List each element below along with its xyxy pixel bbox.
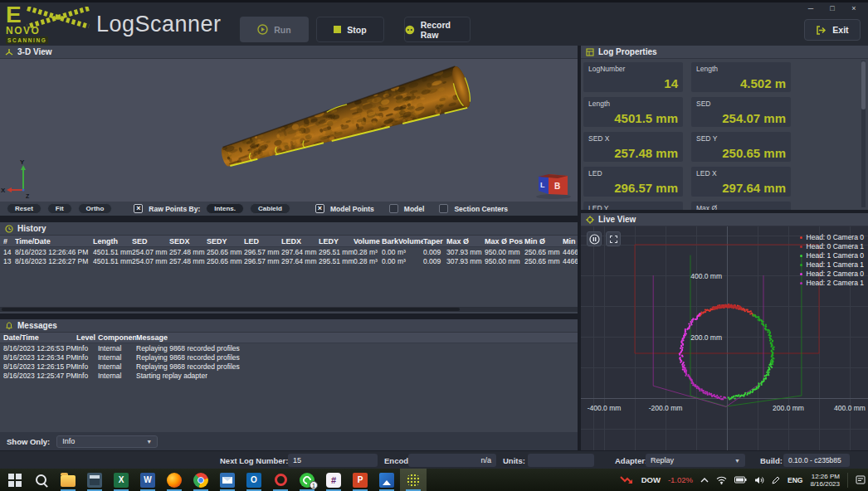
taskbar-app-button[interactable] [81,469,108,491]
messages-column-headers: Date/TimeLevelComponentMessage [0,333,578,343]
record-raw-button[interactable]: Record Raw [404,17,471,42]
stock-ticker-label[interactable]: DOW [641,475,661,484]
notification-center-icon[interactable] [856,475,866,484]
maximize-button[interactable]: □ [822,2,843,15]
minimize-button[interactable]: ─ [800,2,822,15]
cell: 0.009 [423,257,446,265]
property-value: 4501.5 mm [614,111,678,125]
scrollbar-thumb[interactable] [2,308,460,311]
app-icon [7,473,22,488]
cell: Info [76,344,98,352]
property-card: Max Ø [691,202,791,210]
live-view-plot-area[interactable]: -400.0 mm-200.0 mm200.0 mm400.0 mm400.0 … [581,226,868,450]
adapter-value: Replay [651,456,674,464]
taskbar-app-button[interactable]: X [108,469,134,491]
pen-icon[interactable] [772,476,780,484]
close-button[interactable]: × [843,2,865,15]
bell-icon [5,322,13,330]
taskbar-app-button[interactable]: O [241,469,267,491]
pause-stream-button[interactable] [587,231,602,246]
3d-view-toolbar: Reset Fit Ortho × Raw Points By: Intens.… [0,202,578,216]
adapter-dropdown[interactable]: Replay ▼ [646,454,745,467]
chevron-up-icon[interactable] [700,478,709,483]
next-log-number-field[interactable]: 15 [288,454,378,467]
cell: 295.51 mm [319,257,354,265]
taskbar-app-button[interactable] [28,469,55,491]
clock-date: 8/16/2023 [810,480,840,488]
units-field[interactable] [528,454,594,467]
property-label: Length [588,100,678,108]
model-points-checkbox[interactable]: × [315,204,324,213]
taskbar-app-button[interactable] [400,469,427,491]
exit-label: Exit [832,25,848,35]
cell: Replaying 9868 recorded profiles [136,344,240,352]
stop-button[interactable]: Stop [316,17,384,42]
legend-item: Head: 1 Camera 0 [800,251,864,260]
app-icon [220,473,235,488]
intensity-toggle[interactable]: Intens. [206,203,244,214]
properties-scrollbar[interactable] [861,61,866,207]
taskbar-app-button[interactable]: P [347,469,373,491]
history-row[interactable]: 138/16/2023 12:26:27 PM4501.51 mm254.07 … [0,256,578,265]
messages-table: Date/TimeLevelComponentMessage 8/16/2023… [0,333,578,380]
notification-badge: 1 [310,481,318,489]
clock-time: 12:26 PM [812,473,840,480]
taskbar-app-button[interactable] [214,469,241,491]
section-centers-checkbox[interactable] [439,204,448,213]
property-label: LogNumber [588,65,678,73]
column-header: SEDY [207,237,244,246]
page-title: LogScanner [96,12,222,37]
taskbar-app-button[interactable] [188,469,214,491]
marquee-selection-icon [610,236,617,243]
taskbar-app-button[interactable] [161,469,188,491]
message-row[interactable]: 8/16/2023 12:26:53 PMInfoInternalReplayi… [0,343,578,352]
legend-item: Head: 2 Camera 1 [800,279,864,287]
cableid-toggle[interactable]: CableId [250,203,290,214]
taskbar-app-button[interactable] [267,469,294,491]
property-value: 250.65 mm [722,146,786,160]
ortho-button[interactable]: Ortho [78,203,113,214]
log-3d-render [217,64,474,178]
live-view-legend: Head: 0 Camera 0 Head: 0 Camera 1 Head: … [800,233,864,287]
taskbar-app-button[interactable] [373,469,400,491]
raw-points-checkbox[interactable]: × [134,204,143,213]
taskbar-app-button[interactable] [2,469,28,491]
3d-viewport[interactable]: Y X Z L B [0,59,578,202]
battery-icon[interactable] [734,476,747,484]
logo-word-novo: NOVO [6,25,40,36]
panel-3d-header: 3-D View [0,46,578,59]
zoom-region-button[interactable] [606,231,621,246]
taskbar-app-button[interactable] [55,469,81,491]
exit-icon [816,25,827,36]
fit-button[interactable]: Fit [47,203,72,214]
history-row[interactable]: 148/16/2023 12:26:46 PM4501.51 mm254.07 … [0,247,578,256]
run-button[interactable]: Run [240,17,309,42]
reset-button[interactable]: Reset [7,203,41,214]
encoder-field[interactable]: n/a [408,454,496,467]
message-row[interactable]: 8/16/2023 12:26:34 PMInfoInternalReplayi… [0,352,578,362]
property-cards: LogNumber 14 Length 4.502 m Length 4501.… [583,62,794,210]
stock-change-value[interactable]: -1.02% [668,475,693,484]
language-indicator[interactable]: ENG [788,476,802,484]
taskbar-app-button[interactable]: 1 [294,469,320,491]
legend-color-dot [800,246,802,248]
show-only-dropdown[interactable]: Info ▼ [56,435,158,448]
cell: 250.65 mm [207,248,244,256]
message-row[interactable]: 8/16/2023 12:26:15 PMInfoInternalReplayi… [0,362,578,371]
message-row[interactable]: 8/16/2023 12:25:47 PMInfoInternalStartin… [0,371,578,380]
legend-color-dot [800,264,802,266]
taskbar-app-button[interactable] [320,469,347,491]
exit-button[interactable]: Exit [804,19,861,41]
model-label: Model [404,205,425,213]
cell: 8/16/2023 12:26:46 PM [15,248,93,256]
speaker-icon[interactable] [754,476,764,484]
wifi-icon[interactable] [716,476,727,484]
scrollbar-thumb[interactable] [861,61,866,109]
orientation-cube[interactable]: L B [536,174,571,199]
taskbar-app-button[interactable]: W [134,469,161,491]
history-horizontal-scrollbar[interactable] [0,307,578,312]
legend-color-dot [800,236,802,239]
record-raw-label: Record Raw [421,20,470,40]
model-checkbox[interactable] [389,204,398,213]
clock[interactable]: 12:26 PM 8/16/2023 [810,473,840,488]
